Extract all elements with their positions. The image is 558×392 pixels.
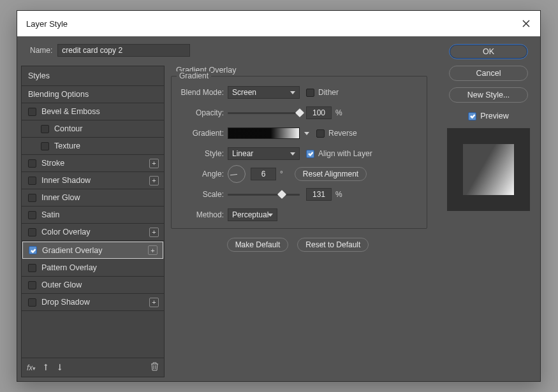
styles-footer: fx▾ 🠕 🠗 — [22, 358, 164, 377]
preview-checkbox[interactable]: Preview — [468, 112, 508, 120]
style-item-color-overlay[interactable]: Color Overlay+ — [22, 224, 164, 241]
move-up-icon[interactable]: 🠕 — [42, 363, 50, 372]
window-title: Layer Style — [26, 19, 68, 29]
checkbox-icon[interactable] — [28, 108, 36, 116]
styles-panel: Styles Blending OptionsBevel & EmbossCon… — [21, 66, 165, 377]
gradient-swatch[interactable] — [228, 127, 300, 139]
style-item-label: Contour — [54, 124, 82, 133]
preview-swatch — [463, 144, 514, 195]
checkbox-icon[interactable] — [28, 264, 36, 272]
style-item-label: Bevel & Emboss — [41, 107, 100, 116]
styles-header[interactable]: Styles — [22, 66, 164, 86]
reset-alignment-button[interactable]: Reset Alignment — [295, 167, 367, 181]
close-icon — [522, 20, 530, 27]
scale-label: Scale: — [178, 190, 228, 199]
style-item-label: Blending Options — [28, 90, 89, 99]
align-checkbox[interactable]: Align with Layer — [306, 149, 372, 158]
style-item-label: Inner Shadow — [41, 176, 91, 185]
style-item-inner-glow[interactable]: Inner Glow — [22, 189, 164, 207]
plus-icon[interactable]: + — [148, 245, 158, 255]
style-item-label: Stroke — [41, 159, 64, 168]
checkbox-icon[interactable] — [28, 298, 36, 307]
checkbox-icon[interactable] — [28, 211, 36, 219]
style-item-label: Satin — [41, 210, 60, 219]
make-default-button[interactable]: Make Default — [227, 238, 289, 252]
style-item-label: Inner Glow — [41, 193, 80, 202]
style-item-contour[interactable]: Contour — [22, 120, 164, 138]
style-item-texture[interactable]: Texture — [22, 138, 164, 155]
checkbox-icon[interactable] — [28, 177, 36, 185]
checkbox-icon[interactable] — [28, 194, 36, 202]
method-select[interactable]: Perceptual — [228, 208, 277, 221]
style-item-blending-options[interactable]: Blending Options — [22, 86, 164, 103]
style-item-label: Gradient Overlay — [42, 246, 102, 255]
style-item-inner-shadow[interactable]: Inner Shadow+ — [22, 172, 164, 189]
style-item-outer-glow[interactable]: Outer Glow — [22, 277, 164, 294]
checkbox-icon[interactable] — [28, 228, 36, 236]
trash-icon[interactable] — [151, 362, 159, 373]
opacity-label: Opacity: — [178, 108, 228, 117]
plus-icon[interactable]: + — [149, 159, 159, 168]
checkbox-icon[interactable] — [29, 246, 37, 254]
name-label: Name: — [30, 46, 52, 55]
style-item-label: Outer Glow — [41, 280, 82, 289]
layer-style-dialog: Layer Style Name: Styles Blending Option… — [17, 10, 541, 382]
style-item-stroke[interactable]: Stroke+ — [22, 155, 164, 172]
ok-button[interactable]: OK — [449, 44, 528, 59]
angle-input[interactable] — [251, 168, 276, 180]
dither-checkbox[interactable]: Dither — [306, 88, 339, 97]
options-column: Gradient Overlay Gradient Blend Mode: Sc… — [168, 40, 437, 377]
style-item-satin[interactable]: Satin — [22, 207, 164, 224]
cancel-button[interactable]: Cancel — [449, 66, 528, 81]
name-row: Name: — [30, 44, 190, 57]
titlebar: Layer Style — [17, 11, 540, 36]
style-item-label: Drop Shadow — [41, 298, 90, 307]
style-select[interactable]: Linear — [228, 147, 300, 160]
blend-mode-select[interactable]: Screen — [228, 86, 300, 99]
style-item-label: Pattern Overlay — [41, 263, 97, 272]
plus-icon[interactable]: + — [149, 176, 159, 185]
checkbox-icon[interactable] — [28, 159, 36, 168]
opacity-slider[interactable] — [228, 112, 300, 114]
actions-column: OK Cancel New Style... Preview — [441, 40, 536, 377]
style-label: Style: — [178, 149, 228, 158]
reset-default-button[interactable]: Reset to Default — [297, 238, 369, 252]
plus-icon[interactable]: + — [149, 228, 159, 237]
scale-input[interactable] — [306, 188, 332, 201]
opacity-input[interactable] — [306, 106, 332, 119]
angle-dial[interactable] — [228, 165, 246, 183]
checkbox-icon[interactable] — [41, 142, 49, 150]
close-button[interactable] — [512, 11, 540, 36]
plus-icon[interactable]: + — [149, 298, 159, 307]
style-item-bevel-emboss[interactable]: Bevel & Emboss — [22, 103, 164, 120]
scale-slider[interactable] — [228, 194, 300, 196]
group-legend: Gradient — [177, 71, 211, 80]
reverse-checkbox[interactable]: Reverse — [316, 129, 357, 138]
angle-label: Angle: — [178, 170, 228, 178]
move-down-icon[interactable]: 🠗 — [56, 363, 64, 372]
styles-column: Styles Blending OptionsBevel & EmbossCon… — [21, 40, 165, 377]
checkbox-icon[interactable] — [41, 125, 49, 133]
style-item-label: Color Overlay — [41, 228, 90, 236]
styles-list: Blending OptionsBevel & EmbossContourTex… — [22, 86, 164, 311]
blend-mode-label: Blend Mode: — [178, 88, 228, 97]
preview-box — [447, 128, 530, 211]
style-item-pattern-overlay[interactable]: Pattern Overlay — [22, 259, 164, 277]
section-title: Gradient Overlay — [176, 66, 437, 75]
style-item-label: Texture — [54, 142, 80, 150]
style-item-drop-shadow[interactable]: Drop Shadow+ — [22, 294, 164, 311]
new-style-button[interactable]: New Style... — [449, 87, 528, 103]
gradient-group: Gradient Blend Mode: Screen Dither Opaci… — [171, 76, 427, 229]
style-item-gradient-overlay[interactable]: Gradient Overlay+ — [22, 242, 163, 259]
fx-icon[interactable]: fx▾ — [27, 363, 36, 372]
layer-name-input[interactable] — [57, 44, 190, 57]
checkbox-icon[interactable] — [28, 281, 36, 289]
method-label: Method: — [178, 210, 228, 219]
gradient-label: Gradient: — [178, 129, 228, 138]
